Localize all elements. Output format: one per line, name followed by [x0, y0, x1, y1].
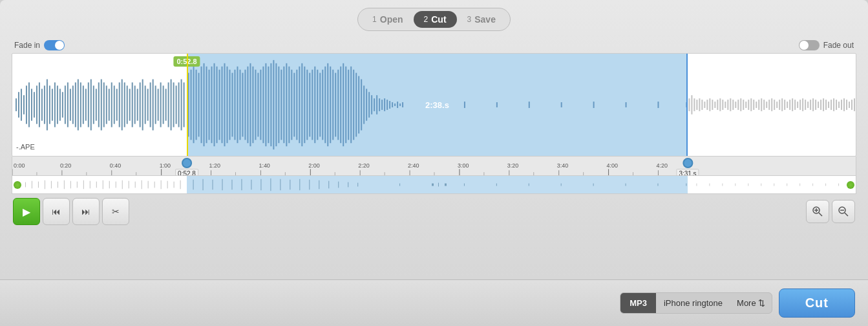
svg-rect-280: [129, 181, 129, 189]
svg-rect-212: [828, 102, 829, 108]
svg-rect-284: [154, 182, 155, 188]
svg-rect-44: [129, 89, 131, 120]
mp3-button[interactable]: MP3: [620, 293, 656, 313]
svg-rect-296: [260, 179, 261, 190]
svg-text:2:40: 2:40: [408, 163, 419, 169]
step-save[interactable]: 3 Save: [457, 11, 506, 28]
svg-rect-53: [153, 80, 154, 131]
svg-rect-182: [750, 98, 752, 111]
svg-rect-54: [155, 85, 156, 124]
svg-rect-195: [784, 100, 785, 110]
more-button[interactable]: More ⇅: [730, 293, 772, 313]
svg-rect-202: [802, 98, 803, 111]
svg-rect-321: [722, 184, 723, 186]
svg-rect-222: [854, 98, 855, 111]
svg-rect-45: [132, 82, 133, 127]
zoom-in-button[interactable]: [806, 200, 829, 223]
svg-rect-276: [103, 180, 103, 190]
svg-rect-175: [732, 100, 734, 110]
svg-rect-16: [57, 85, 58, 124]
svg-rect-219: [846, 100, 847, 110]
svg-text:3:20: 3:20: [507, 163, 519, 169]
svg-rect-287: [174, 182, 175, 188]
step-open[interactable]: 1 Open: [362, 11, 413, 28]
svg-rect-186: [761, 98, 762, 111]
svg-rect-267: [45, 180, 45, 190]
app-container: 1 Open 2 Cut 3 Save Fade in Fade out: [0, 0, 868, 326]
svg-rect-220: [849, 102, 850, 108]
stepper: 1 Open 2 Cut 3 Save: [357, 8, 511, 31]
zoom-out-button[interactable]: [832, 200, 855, 223]
playhead-line: [187, 54, 188, 156]
start-marker-handle[interactable]: [182, 158, 192, 168]
svg-rect-279: [122, 180, 123, 190]
svg-text:1:40: 1:40: [259, 163, 270, 169]
svg-rect-221: [851, 100, 852, 110]
svg-rect-41: [122, 80, 123, 131]
cut-scissors-button[interactable]: ✂: [102, 198, 129, 225]
bottom-bar: MP3 iPhone ringtone More ⇅ Cut: [0, 279, 868, 326]
svg-rect-36: [109, 89, 110, 120]
svg-text:1:00: 1:00: [160, 163, 171, 169]
svg-rect-183: [753, 100, 754, 110]
svg-rect-21: [70, 89, 71, 120]
svg-rect-57: [163, 85, 164, 124]
svg-rect-318: [686, 184, 686, 186]
svg-rect-60: [171, 80, 172, 131]
end-marker-time: 3:31.s: [676, 169, 699, 176]
step-open-num: 1: [372, 15, 377, 24]
svg-rect-64: [181, 80, 182, 131]
svg-rect-207: [815, 100, 816, 110]
svg-text:0:00: 0:00: [14, 163, 25, 169]
step-cut[interactable]: 2 Cut: [414, 11, 457, 28]
play-button[interactable]: ▶: [13, 198, 40, 225]
scissors-icon: ✂: [112, 206, 120, 217]
svg-rect-58: [165, 89, 167, 120]
svg-rect-185: [758, 100, 759, 110]
svg-rect-51: [147, 89, 149, 120]
svg-rect-48: [140, 82, 141, 127]
svg-text:0:40: 0:40: [110, 163, 122, 169]
svg-rect-307: [399, 184, 400, 186]
svg-text:0:20: 0:20: [60, 163, 72, 169]
waveform-display[interactable]: 2:38.s 0:52.8 -.APE: [12, 53, 856, 157]
timeline-ruler: 0:00 0:20 0:40 1:00 1:20 1:40 2:00: [12, 157, 856, 176]
end-marker-handle[interactable]: [683, 158, 693, 168]
fade-in-toggle[interactable]: [44, 40, 65, 50]
svg-rect-265: [32, 181, 32, 189]
transport-controls: ▶ ⏮ ⏭ ✂: [12, 194, 856, 229]
step-save-num: 3: [467, 15, 472, 24]
svg-rect-297: [270, 179, 271, 191]
svg-rect-327: [799, 184, 800, 186]
format-group: MP3 iPhone ringtone More ⇅: [620, 292, 772, 314]
more-label: More: [737, 298, 756, 308]
skip-back-button[interactable]: ⏮: [43, 198, 70, 225]
step-cut-label: Cut: [431, 14, 446, 25]
svg-rect-199: [794, 100, 796, 110]
svg-text:2:20: 2:20: [358, 163, 370, 169]
svg-rect-311: [464, 184, 465, 186]
svg-rect-328: [812, 184, 813, 186]
svg-rect-17: [59, 89, 61, 120]
svg-rect-174: [730, 98, 731, 111]
fade-out-toggle[interactable]: [799, 40, 820, 50]
svg-rect-10: [41, 89, 43, 120]
svg-rect-305: [348, 182, 348, 188]
skip-forward-button[interactable]: ⏭: [72, 198, 100, 225]
svg-rect-40: [119, 82, 120, 127]
svg-rect-47: [137, 89, 138, 120]
cut-action-button[interactable]: Cut: [779, 288, 855, 318]
svg-rect-187: [763, 100, 765, 110]
step-cut-num: 2: [424, 15, 429, 24]
svg-rect-314: [561, 184, 562, 186]
svg-rect-288: [180, 180, 181, 190]
svg-rect-37: [111, 82, 112, 127]
svg-rect-208: [818, 102, 819, 108]
iphone-ringtone-button[interactable]: iPhone ringtone: [656, 293, 730, 313]
svg-rect-188: [766, 102, 767, 108]
svg-rect-269: [58, 182, 58, 188]
svg-rect-33: [101, 80, 102, 131]
svg-rect-277: [109, 181, 110, 189]
svg-rect-27: [85, 89, 87, 120]
svg-rect-191: [774, 100, 775, 110]
